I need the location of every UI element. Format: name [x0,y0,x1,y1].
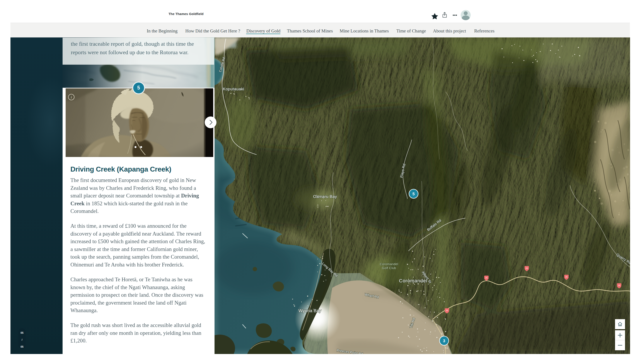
svg-text:Coromandel: Coromandel [380,262,398,266]
svg-text:Wyuna Bay: Wyuna Bay [298,308,321,313]
svg-text:Coromandel: Coromandel [399,278,427,284]
svg-text:25: 25 [446,309,448,312]
svg-text:5: 5 [412,192,415,196]
svg-text:25: 25 [485,277,488,279]
svg-text:Golf Club: Golf Club [382,266,396,270]
svg-text:3: 3 [443,338,446,343]
svg-text:25: 25 [565,276,567,278]
svg-text:25: 25 [526,267,528,269]
svg-text:Koputauaki: Koputauaki [223,87,244,91]
svg-text:Oamaru Bay: Oamaru Bay [313,194,337,199]
svg-text:25: 25 [618,284,620,286]
svg-text:i: i [71,95,72,99]
